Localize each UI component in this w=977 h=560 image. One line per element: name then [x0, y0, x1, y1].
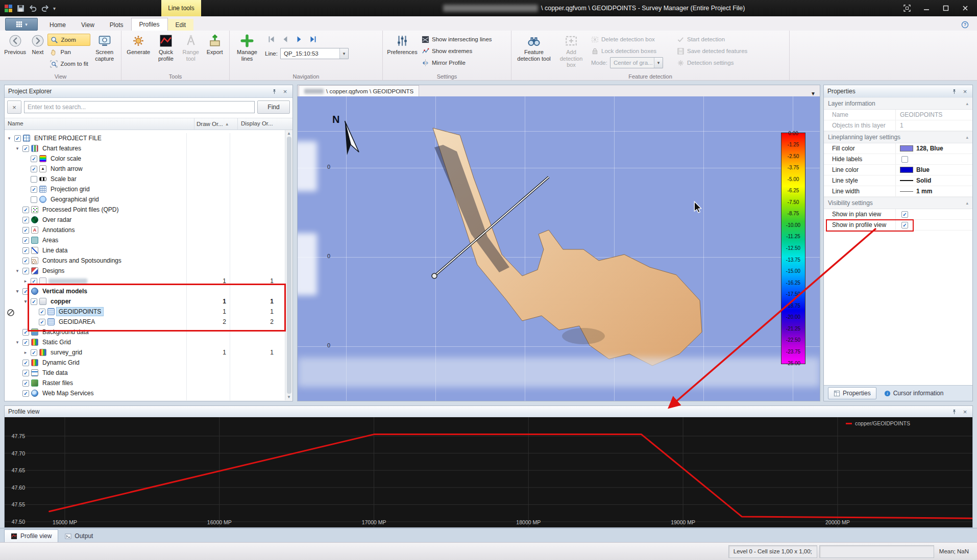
tree-row[interactable]: ✓Projection grid	[5, 184, 285, 194]
tree-item-checkbox[interactable]: ✓	[22, 258, 29, 264]
tab-plots[interactable]: Plots	[102, 19, 131, 31]
property-section-header[interactable]: Layer information▴	[824, 97, 972, 110]
profile-chart[interactable]: 47.7547.7047.6547.6047.5547.5015000 MP16…	[5, 417, 972, 527]
zoom-to-fit-button[interactable]: Zoom to fit	[47, 58, 90, 69]
tree-item-checkbox[interactable]: ✓	[39, 319, 45, 325]
scroll-up-icon[interactable]: ▲	[287, 131, 291, 136]
column-name[interactable]: Name	[5, 118, 194, 130]
close-button[interactable]	[958, 3, 973, 14]
redo-icon[interactable]	[41, 4, 50, 13]
tree-item-checkbox[interactable]: ✓	[31, 349, 37, 356]
map-document-tab[interactable]: \ copper.qgfvom \ GEOIDPOINTS	[299, 85, 419, 96]
close-icon[interactable]: ×	[961, 88, 969, 95]
fit-screen-icon[interactable]	[899, 3, 915, 14]
property-row[interactable]: Hide labels	[824, 154, 972, 165]
property-checkbox[interactable]	[901, 156, 908, 163]
tab-profile-view[interactable]: Profile view	[4, 529, 58, 542]
quick-profile-button[interactable]: Quick profile	[153, 32, 179, 71]
tree-row[interactable]: ▾✓Designs	[5, 266, 285, 276]
collapse-toggle[interactable]: ▾	[22, 299, 29, 304]
undo-icon[interactable]	[29, 4, 37, 13]
tree-item-checkbox[interactable]: ✓	[31, 298, 37, 305]
mirror-profile-button[interactable]: Mirror Profile	[419, 57, 505, 68]
tree-row[interactable]: ✓Processed Point files (QPD)	[5, 205, 285, 215]
tree-row[interactable]: ✓Dynamic Grid	[5, 358, 285, 368]
tree-item-checkbox[interactable]: ✓	[22, 370, 29, 376]
tree-row[interactable]: ▾✓ENTIRE PROJECT FILE	[5, 133, 285, 143]
generate-button[interactable]: Generate	[124, 32, 153, 71]
collapse-toggle[interactable]: ▾	[6, 136, 13, 141]
quick-access-caret-icon[interactable]: ▾	[53, 6, 56, 11]
tree-item-checkbox[interactable]: ✓	[22, 380, 29, 387]
property-row[interactable]: Fill color128, Blue	[824, 143, 972, 154]
property-row[interactable]: NameGEOIDPOINTS	[824, 110, 972, 120]
tree-row[interactable]: ✓GEOIDAREA22	[5, 317, 285, 327]
tree-row[interactable]: ▾✓Vertical models	[5, 286, 285, 296]
tree-item-checkbox[interactable]: ✓	[22, 227, 29, 234]
tree-row[interactable]: ✓Areas	[5, 235, 285, 245]
tree-row[interactable]: Geographical grid	[5, 194, 285, 205]
tree-item-checkbox[interactable]: ✓	[22, 360, 29, 366]
lock-detection-boxes-button[interactable]: Lock detection boxes	[589, 45, 674, 57]
tab-view[interactable]: View	[74, 19, 102, 31]
tree-row[interactable]: ✓Tide data	[5, 368, 285, 378]
detection-settings-button[interactable]: Detection settings	[674, 57, 761, 68]
previous-button[interactable]: Previous	[3, 32, 28, 71]
tree-row[interactable]: ▾✓Chart features	[5, 143, 285, 154]
tab-home[interactable]: Home	[42, 19, 74, 31]
tab-output[interactable]: Output	[58, 529, 100, 542]
minimize-button[interactable]	[919, 3, 934, 14]
property-section-header[interactable]: Lineplanning layer settings▴	[824, 131, 972, 143]
tree-row[interactable]: ✓Background data	[5, 327, 285, 337]
expand-toggle[interactable]: ▸	[22, 350, 29, 355]
save-icon[interactable]	[16, 4, 25, 13]
tree-row[interactable]: ✓Annotations	[5, 225, 285, 235]
manage-lines-button[interactable]: Manage lines	[232, 32, 262, 71]
zoom-button[interactable]: Zoom	[47, 34, 90, 46]
scrollbar-thumb[interactable]	[287, 137, 291, 394]
tree-row[interactable]: ▾✓copper11	[5, 296, 285, 307]
pan-button[interactable]: Pan	[47, 46, 90, 58]
previous-line-button[interactable]	[281, 35, 290, 43]
tree-item-checkbox[interactable]: ✓	[22, 339, 29, 346]
property-row[interactable]: Objects in this layer1	[824, 120, 972, 131]
tree-item-checkbox[interactable]: ✓	[22, 145, 29, 152]
tree-item-checkbox[interactable]	[31, 176, 37, 183]
tree-item-checkbox[interactable]: ✓	[39, 309, 45, 315]
tab-profiles[interactable]: Profiles	[131, 18, 168, 31]
pin-icon[interactable]	[950, 88, 958, 95]
last-line-button[interactable]	[308, 35, 317, 43]
tree-row[interactable]: ✓Raster files	[5, 378, 285, 388]
collapse-toggle[interactable]: ▾	[14, 268, 21, 273]
tree-row[interactable]: ✓Color scale	[5, 154, 285, 164]
tree-row[interactable]: ✓Over radar	[5, 215, 285, 225]
tree-row[interactable]: ▾✓Static Grid	[5, 337, 285, 347]
collapse-toggle[interactable]: ▾	[14, 289, 21, 294]
first-line-button[interactable]	[267, 35, 276, 43]
tree-row[interactable]: ✓GEOIDPOINTS11	[5, 307, 285, 317]
collapse-toggle[interactable]: ▾	[14, 340, 21, 345]
start-detection-button[interactable]: Start detection	[674, 34, 761, 45]
tree-row[interactable]: ✓Line data	[5, 245, 285, 256]
add-detection-box-button[interactable]: Add detection box	[554, 32, 589, 71]
property-row[interactable]: Show in profile view✓	[824, 220, 972, 231]
clear-search-button[interactable]: ×	[7, 100, 21, 114]
detection-mode-select[interactable]: Center of gra... ▾	[610, 57, 663, 68]
tree-item-checkbox[interactable]	[31, 196, 37, 203]
tab-cursor-information[interactable]: i Cursor information	[878, 387, 949, 399]
delete-detection-box-button[interactable]: Delete detection box	[589, 34, 674, 45]
screen-capture-button[interactable]: Screen capture	[90, 32, 118, 71]
tree-row[interactable]: ▸✓survey_grid11	[5, 347, 285, 358]
property-section-header[interactable]: Visibility settings▴	[824, 197, 972, 209]
tab-list-caret-icon[interactable]: ▼	[811, 91, 816, 96]
profile-line-start-handle[interactable]	[432, 273, 437, 278]
tree-item-checkbox[interactable]: ✓	[22, 217, 29, 223]
property-checkbox[interactable]: ✓	[901, 222, 908, 228]
tree-item-checkbox[interactable]: ✓	[22, 268, 29, 274]
tab-properties[interactable]: Properties	[828, 387, 876, 399]
help-button[interactable]: ?	[961, 19, 969, 31]
tree-item-checkbox[interactable]: ✓	[22, 237, 29, 244]
pin-icon[interactable]	[271, 88, 278, 95]
find-button[interactable]: Find	[257, 100, 290, 114]
tree-item-checkbox[interactable]: ✓	[22, 207, 29, 213]
